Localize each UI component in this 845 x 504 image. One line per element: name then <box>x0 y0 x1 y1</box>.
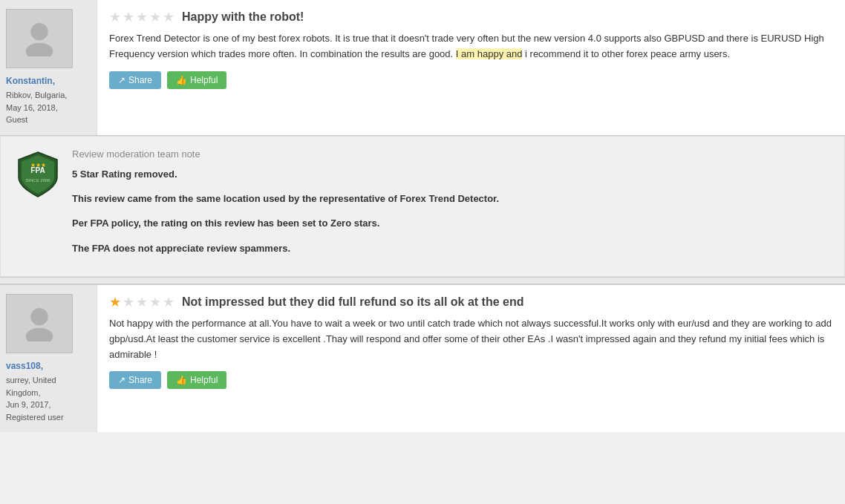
thumbsup-icon-1: 👍 <box>176 75 187 85</box>
review-content-1: ★ ★ ★ ★ ★ Happy with the robot! Forex Tr… <box>97 0 845 135</box>
avatar-1 <box>6 9 73 68</box>
user-avatar-icon-2 <box>21 304 58 344</box>
helpful-button-1[interactable]: 👍 Helpful <box>167 71 226 89</box>
moderation-line2: This review came from the same location … <box>72 190 829 207</box>
author-meta-1: Ribkov, Bulgaria,May 16, 2018,Guest <box>6 89 67 126</box>
moderation-line3: Per FPA policy, the rating on this revie… <box>72 215 829 232</box>
moderation-title: Review moderation team note <box>72 148 829 160</box>
review-body-1: Forex Trend Detector is one of my best f… <box>109 31 833 62</box>
review-header-2: ★ ★ ★ ★ ★ Not impressed but they did ful… <box>109 294 833 310</box>
share-button-1[interactable]: ↗ Share <box>109 71 161 89</box>
action-buttons-2: ↗ Share 👍 Helpful <box>109 371 833 389</box>
author-name-1: Konstantin, <box>6 76 55 86</box>
star-rating-2: ★ ★ ★ ★ ★ <box>109 294 174 310</box>
author-col-2: vass108, surrey, UnitedKingdom,Jun 9, 20… <box>0 285 97 432</box>
user-avatar-icon-1 <box>21 19 58 59</box>
review-header-1: ★ ★ ★ ★ ★ Happy with the robot! <box>109 9 833 25</box>
fpa-badge: FPA SINCE 2006 ★★★ <box>16 148 60 200</box>
share-label-1: Share <box>128 75 152 85</box>
star-2-5: ★ <box>163 294 174 310</box>
star-2-2: ★ <box>123 294 134 310</box>
star-1-4: ★ <box>149 9 161 25</box>
thumbsup-icon-2: 👍 <box>176 375 187 385</box>
review-title-2: Not impressed but they did full refund s… <box>182 295 524 309</box>
share-button-2[interactable]: ↗ Share <box>109 371 161 389</box>
moderation-section: FPA SINCE 2006 ★★★ Review moderation tea… <box>0 135 845 278</box>
star-1-3: ★ <box>136 9 148 25</box>
svg-point-5 <box>30 308 48 325</box>
share-icon-1: ↗ <box>118 75 125 85</box>
helpful-button-2[interactable]: 👍 Helpful <box>167 371 226 389</box>
moderation-text: 5 Star Rating removed. This review came … <box>72 166 829 258</box>
page-wrapper: Konstantin, Ribkov, Bulgaria,May 16, 201… <box>0 0 845 432</box>
author-name-2: vass108, <box>6 361 43 371</box>
review-block-2: vass108, surrey, UnitedKingdom,Jun 9, 20… <box>0 284 845 432</box>
star-1-5: ★ <box>163 9 174 25</box>
action-buttons-1: ↗ Share 👍 Helpful <box>109 71 833 89</box>
review-block-1: Konstantin, Ribkov, Bulgaria,May 16, 201… <box>0 0 845 135</box>
moderation-line1: 5 Star Rating removed. <box>72 166 829 183</box>
review-content-2: ★ ★ ★ ★ ★ Not impressed but they did ful… <box>97 285 845 432</box>
star-2-4: ★ <box>149 294 161 310</box>
review-section-1: Konstantin, Ribkov, Bulgaria,May 16, 201… <box>0 0 845 278</box>
helpful-label-2: Helpful <box>190 375 218 385</box>
star-rating-1: ★ ★ ★ ★ ★ <box>109 9 174 25</box>
svg-text:★★★: ★★★ <box>30 162 46 168</box>
star-1-2: ★ <box>123 9 134 25</box>
moderation-content: Review moderation team note 5 Star Ratin… <box>72 148 829 265</box>
svg-text:SINCE 2006: SINCE 2006 <box>25 178 50 183</box>
star-1-1: ★ <box>109 9 121 25</box>
moderation-line4: The FPA does not appreciate review spamm… <box>72 240 829 257</box>
star-2-3: ★ <box>136 294 148 310</box>
svg-point-1 <box>26 42 53 56</box>
star-2-1: ★ <box>109 294 121 310</box>
author-col-1: Konstantin, Ribkov, Bulgaria,May 16, 201… <box>0 0 97 135</box>
review-body-2: Not happy with the performance at all.Yo… <box>109 316 833 362</box>
share-icon-2: ↗ <box>118 375 125 385</box>
highlight-text-1: I am happy and <box>456 48 523 59</box>
moderation-block: FPA SINCE 2006 ★★★ Review moderation tea… <box>0 136 845 278</box>
svg-point-0 <box>30 23 48 40</box>
avatar-2 <box>6 294 73 353</box>
review-title-1: Happy with the robot! <box>182 10 304 24</box>
helpful-label-1: Helpful <box>190 75 218 85</box>
share-label-2: Share <box>128 375 152 385</box>
svg-point-6 <box>26 327 53 341</box>
author-meta-2: surrey, UnitedKingdom,Jun 9, 2017,Regist… <box>6 374 64 423</box>
